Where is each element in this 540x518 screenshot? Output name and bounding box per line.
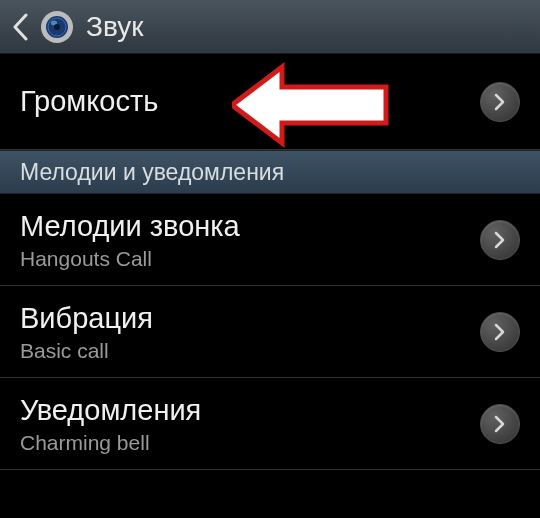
- svg-point-4: [54, 24, 60, 30]
- chevron-right-icon: [494, 415, 506, 433]
- item-title: Вибрация: [20, 300, 153, 338]
- list-item-notifications[interactable]: Уведомления Charming bell: [0, 378, 540, 470]
- item-text: Вибрация Basic call: [20, 300, 153, 364]
- item-subtitle: Charming bell: [20, 431, 201, 455]
- chevron-right-icon: [494, 323, 506, 341]
- app-header: Звук: [0, 0, 540, 54]
- list-item-vibration[interactable]: Вибрация Basic call: [0, 286, 540, 378]
- list-item-volume[interactable]: Громкость: [0, 54, 540, 150]
- callout-arrow-icon: [232, 61, 392, 149]
- item-text: Мелодии звонка Hangouts Call: [20, 208, 240, 272]
- chevron-button[interactable]: [480, 404, 520, 444]
- section-header-melodies: Мелодии и уведомления: [0, 150, 540, 194]
- chevron-button[interactable]: [480, 220, 520, 260]
- settings-icon: [38, 8, 76, 46]
- chevron-right-icon: [494, 231, 506, 249]
- item-text: Уведомления Charming bell: [20, 392, 201, 456]
- item-subtitle: Hangouts Call: [20, 247, 240, 271]
- item-subtitle: Basic call: [20, 339, 153, 363]
- item-text: Громкость: [20, 83, 158, 121]
- chevron-left-icon: [12, 13, 28, 41]
- item-title: Мелодии звонка: [20, 208, 240, 246]
- chevron-right-icon: [494, 93, 506, 111]
- chevron-button[interactable]: [480, 82, 520, 122]
- item-title: Громкость: [20, 83, 158, 121]
- list-item-ringtones[interactable]: Мелодии звонка Hangouts Call: [0, 194, 540, 286]
- page-title: Звук: [86, 11, 143, 43]
- back-button[interactable]: [8, 9, 32, 45]
- item-title: Уведомления: [20, 392, 201, 430]
- chevron-button[interactable]: [480, 312, 520, 352]
